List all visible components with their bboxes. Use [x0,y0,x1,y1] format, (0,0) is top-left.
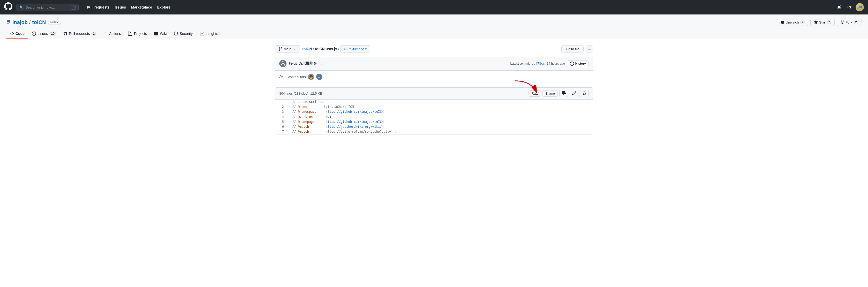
commit-meta: Latest commit edf78cc 14 hours ago Histo… [510,60,589,67]
code-table: 1 // ==UserScript== 2 // @name toInstaCh… [275,99,593,134]
repo-name-link[interactable]: toICN [32,20,46,25]
nav-issues[interactable]: Issues [113,4,128,11]
tab-pr-label: Pull requests [69,32,90,36]
line-num-7: 7 [275,129,288,134]
commit-hash-link[interactable]: edf78cc [532,62,545,65]
tab-issues[interactable]: Issues 10 [28,29,60,39]
jump-to-button[interactable]: ◇ Jump to ▾ [340,45,370,53]
contributors-row: 2 contributors 👧 🧢 [275,70,593,83]
repo-header: inajob / toICN Public Unwatch 2 Star 7 F… [0,15,868,39]
tab-wiki-label: Wiki [160,32,167,36]
line-code-2: // @name toInstaChord ICN [288,105,593,109]
plus-menu-button[interactable]: +▾ [845,3,852,11]
file-path-right: Go to file ··· [561,46,593,53]
commit-check-icon: ✓ [320,61,323,66]
tab-wiki[interactable]: Wiki [151,29,170,39]
jump-label: ◇ Jump to ▾ [349,47,367,51]
desktop-icon[interactable] [559,90,568,97]
user-avatar[interactable]: 🧢 [856,3,864,11]
more-options-button[interactable]: ··· [586,46,593,53]
tab-code-label: Code [16,32,25,36]
latest-commit-label: Latest commit [510,62,530,65]
file-actions: Raw Blame [529,90,589,97]
repo-breadcrumb: inajob / toICN [12,20,46,25]
code-line-6: 6 // @match https://ja.chordwiki.org/wik… [275,124,593,129]
branch-name: main [284,47,291,51]
raw-button[interactable]: Raw [529,90,541,97]
file-path-left: main toICN / toICN.user.js / ◇ Jump to ▾ [275,45,370,53]
nav-pull-requests[interactable]: Pull requests [85,4,112,11]
star-button[interactable]: Star 7 [810,19,835,26]
repo-visibility-badge: Public [48,20,61,25]
star-count: 7 [827,20,832,24]
file-viewer: 304 lines (283 sloc) 12.5 KB Raw Blame [275,87,593,135]
repo-icon [6,20,10,25]
branch-selector[interactable]: main [275,45,300,53]
search-kbd: / [71,5,76,9]
tab-code[interactable]: Code [6,29,28,39]
nav-explore[interactable]: Explore [155,4,172,11]
plus-label: +▾ [846,4,851,10]
breadcrumb-sep-1: / [313,47,314,51]
tab-insights[interactable]: Insights [196,29,222,39]
tab-insights-label: Insights [206,32,218,36]
repo-owner-link[interactable]: inajob [12,20,28,25]
line-code-1: // ==UserScript== [288,99,593,105]
line-num-6: 6 [275,124,288,129]
code-line-7: 7 // @match https://usi.ufret.jp/song.ph… [275,129,593,134]
tab-pr-count: 1 [91,32,96,36]
nav-marketplace[interactable]: Marketplace [129,4,154,11]
repo-separator: / [29,20,31,25]
blame-button[interactable]: Blame [542,90,558,97]
go-to-file-button[interactable]: Go to file [561,46,584,53]
commit-time: 14 hours ago [547,62,565,65]
tab-projects[interactable]: Projects [125,29,151,39]
line-num-5: 5 [275,119,288,124]
tab-security[interactable]: Security [170,29,196,39]
tab-actions[interactable]: Actions [100,29,125,39]
history-button[interactable]: History [567,60,589,67]
line-code-3: // @namespace https://github.com/inajob/… [288,109,593,114]
code-line-1: 1 // ==UserScript== [275,99,593,105]
code-line-3: 3 // @namespace https://github.com/inajo… [275,109,593,114]
code-line-5: 5 // @homepage https://github.com/inajob… [275,119,593,124]
main-content: main toICN / toICN.user.js / ◇ Jump to ▾… [269,39,599,141]
line-code-7: // @match https://usi.ufret.jp/song.php?… [288,129,593,134]
tab-projects-label: Projects [134,32,147,36]
github-logo[interactable] [4,2,12,12]
line-num-1: 1 [275,99,288,105]
file-viewer-header: 304 lines (283 sloc) 12.5 KB Raw Blame [275,88,593,99]
tab-pull-requests[interactable]: Pull requests 1 [60,29,100,39]
fork-count: 2 [854,20,859,24]
line-num-3: 3 [275,109,288,114]
edit-icon[interactable] [570,90,579,97]
fork-button[interactable]: Fork 2 [837,19,862,26]
fork-label: Fork [845,21,852,24]
tab-issues-count: 10 [49,32,56,36]
code-line-4: 4 // @version 0.1 [275,115,593,119]
breadcrumb-file: toICN.user.js [315,47,337,51]
tab-issues-label: Issues [37,32,48,36]
notifications-button[interactable] [836,4,842,10]
line-code-6: // @match https://ja.chordwiki.org/wiki/… [288,124,593,129]
delete-icon[interactable] [580,90,589,97]
commit-box: ts-uc カボ機能を ✓ Latest commit edf78cc 14 h… [275,57,593,83]
breadcrumb-repo-link[interactable]: toICN [302,47,312,51]
commit-author: ts-uc カボ機能を [289,61,317,66]
unwatch-count: 2 [800,20,805,24]
contributors-count: 2 contributors [285,75,306,79]
search-input[interactable]: 🔍 Search or jump to... / [17,4,79,11]
search-icon: 🔍 [20,5,24,9]
topnav-links: Pull requests Issues Marketplace Explore [85,4,173,11]
notification-dot [840,5,842,7]
tab-security-label: Security [180,32,193,36]
unwatch-button[interactable]: Unwatch 2 [777,19,808,26]
tab-actions-label: Actions [109,32,121,36]
history-label: History [575,62,586,65]
repo-tabs: Code Issues 10 Pull requests 1 Actions P… [6,29,862,39]
breadcrumb-path: toICN / toICN.user.js / ◇ Jump to ▾ [302,45,370,53]
contributor-avatar-1: 👧 [308,74,314,80]
search-placeholder: Search or jump to... [26,5,55,9]
commit-author-avatar [279,60,286,67]
unwatch-label: Unwatch [786,21,799,24]
